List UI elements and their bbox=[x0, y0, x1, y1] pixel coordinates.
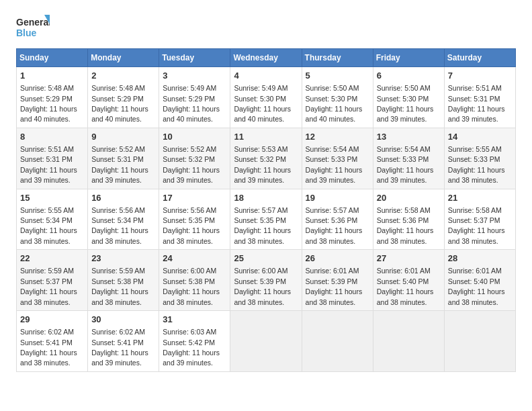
day-number: 4 bbox=[234, 70, 298, 82]
day-detail: Sunrise: 5:51 AMSunset: 5:31 PMDaylight:… bbox=[448, 84, 505, 123]
calendar-week-row: 29 Sunrise: 6:02 AMSunset: 5:41 PMDaylig… bbox=[17, 311, 516, 372]
svg-text:Blue: Blue bbox=[16, 28, 37, 38]
calendar-day-cell: 22 Sunrise: 5:59 AMSunset: 5:37 PMDaylig… bbox=[17, 250, 88, 311]
weekday-header-row: SundayMondayTuesdayWednesdayThursdayFrid… bbox=[17, 49, 516, 67]
day-detail: Sunrise: 5:49 AMSunset: 5:30 PMDaylight:… bbox=[234, 84, 291, 123]
day-detail: Sunrise: 5:52 AMSunset: 5:32 PMDaylight:… bbox=[163, 145, 220, 184]
calendar-day-cell: 20 Sunrise: 5:58 AMSunset: 5:36 PMDaylig… bbox=[373, 189, 444, 250]
day-detail: Sunrise: 5:55 AMSunset: 5:33 PMDaylight:… bbox=[448, 145, 505, 184]
day-number: 30 bbox=[91, 314, 155, 326]
calendar-day-cell: 17 Sunrise: 5:56 AMSunset: 5:35 PMDaylig… bbox=[159, 189, 230, 250]
calendar-day-cell: 7 Sunrise: 5:51 AMSunset: 5:31 PMDayligh… bbox=[444, 67, 515, 128]
day-detail: Sunrise: 6:03 AMSunset: 5:42 PMDaylight:… bbox=[163, 328, 220, 367]
calendar-day-cell: 27 Sunrise: 6:01 AMSunset: 5:40 PMDaylig… bbox=[373, 250, 444, 311]
day-detail: Sunrise: 5:55 AMSunset: 5:34 PMDaylight:… bbox=[20, 206, 77, 245]
calendar-day-cell: 26 Sunrise: 6:01 AMSunset: 5:39 PMDaylig… bbox=[302, 250, 373, 311]
calendar-day-cell: 5 Sunrise: 5:50 AMSunset: 5:30 PMDayligh… bbox=[302, 67, 373, 128]
day-number: 21 bbox=[448, 192, 512, 204]
day-number: 22 bbox=[20, 253, 84, 265]
day-detail: Sunrise: 5:50 AMSunset: 5:30 PMDaylight:… bbox=[377, 84, 434, 123]
day-detail: Sunrise: 5:57 AMSunset: 5:35 PMDaylight:… bbox=[234, 206, 291, 245]
day-number: 23 bbox=[91, 253, 155, 265]
calendar-day-cell: 6 Sunrise: 5:50 AMSunset: 5:30 PMDayligh… bbox=[373, 67, 444, 128]
calendar-day-cell: 29 Sunrise: 6:02 AMSunset: 5:41 PMDaylig… bbox=[17, 311, 88, 372]
day-detail: Sunrise: 5:49 AMSunset: 5:29 PMDaylight:… bbox=[163, 84, 220, 123]
svg-text:General: General bbox=[16, 17, 50, 28]
page-header: General Blue bbox=[16, 13, 516, 43]
day-number: 7 bbox=[448, 70, 512, 82]
day-detail: Sunrise: 5:53 AMSunset: 5:32 PMDaylight:… bbox=[234, 145, 291, 184]
day-number: 26 bbox=[306, 253, 369, 265]
calendar-day-cell: 12 Sunrise: 5:54 AMSunset: 5:33 PMDaylig… bbox=[302, 128, 373, 189]
calendar-day-cell: 18 Sunrise: 5:57 AMSunset: 5:35 PMDaylig… bbox=[230, 189, 302, 250]
calendar-day-cell: 30 Sunrise: 6:02 AMSunset: 5:41 PMDaylig… bbox=[88, 311, 159, 372]
day-detail: Sunrise: 5:48 AMSunset: 5:29 PMDaylight:… bbox=[91, 84, 148, 123]
day-detail: Sunrise: 5:54 AMSunset: 5:33 PMDaylight:… bbox=[377, 145, 434, 184]
calendar-day-cell: 4 Sunrise: 5:49 AMSunset: 5:30 PMDayligh… bbox=[230, 67, 302, 128]
day-number: 8 bbox=[20, 131, 84, 143]
calendar-week-row: 15 Sunrise: 5:55 AMSunset: 5:34 PMDaylig… bbox=[17, 189, 516, 250]
day-number: 20 bbox=[377, 192, 441, 204]
day-number: 15 bbox=[20, 192, 84, 204]
calendar-day-cell: 3 Sunrise: 5:49 AMSunset: 5:29 PMDayligh… bbox=[159, 67, 230, 128]
day-detail: Sunrise: 6:01 AMSunset: 5:40 PMDaylight:… bbox=[377, 267, 434, 306]
calendar-day-cell bbox=[373, 311, 444, 372]
day-detail: Sunrise: 5:58 AMSunset: 5:36 PMDaylight:… bbox=[377, 206, 434, 245]
day-number: 24 bbox=[163, 253, 226, 265]
calendar-day-cell: 2 Sunrise: 5:48 AMSunset: 5:29 PMDayligh… bbox=[88, 67, 159, 128]
day-number: 19 bbox=[306, 192, 369, 204]
calendar-day-cell bbox=[302, 311, 373, 372]
day-detail: Sunrise: 6:01 AMSunset: 5:39 PMDaylight:… bbox=[306, 267, 363, 306]
day-detail: Sunrise: 6:02 AMSunset: 5:41 PMDaylight:… bbox=[20, 328, 77, 367]
day-number: 28 bbox=[448, 253, 512, 265]
calendar-day-cell bbox=[444, 311, 515, 372]
day-number: 1 bbox=[20, 70, 84, 82]
day-number: 25 bbox=[234, 253, 298, 265]
calendar-day-cell: 9 Sunrise: 5:52 AMSunset: 5:31 PMDayligh… bbox=[88, 128, 159, 189]
day-number: 6 bbox=[377, 70, 441, 82]
day-detail: Sunrise: 5:51 AMSunset: 5:31 PMDaylight:… bbox=[20, 145, 77, 184]
weekday-header: Tuesday bbox=[159, 49, 230, 67]
calendar-day-cell: 28 Sunrise: 6:01 AMSunset: 5:40 PMDaylig… bbox=[444, 250, 515, 311]
day-detail: Sunrise: 5:57 AMSunset: 5:36 PMDaylight:… bbox=[306, 206, 363, 245]
calendar-day-cell: 31 Sunrise: 6:03 AMSunset: 5:42 PMDaylig… bbox=[159, 311, 230, 372]
weekday-header: Wednesday bbox=[230, 49, 302, 67]
calendar-day-cell: 23 Sunrise: 5:59 AMSunset: 5:38 PMDaylig… bbox=[88, 250, 159, 311]
calendar-table: SundayMondayTuesdayWednesdayThursdayFrid… bbox=[16, 48, 516, 372]
weekday-header: Sunday bbox=[17, 49, 88, 67]
calendar-day-cell: 15 Sunrise: 5:55 AMSunset: 5:34 PMDaylig… bbox=[17, 189, 88, 250]
day-number: 27 bbox=[377, 253, 441, 265]
day-number: 10 bbox=[163, 131, 226, 143]
calendar-week-row: 1 Sunrise: 5:48 AMSunset: 5:29 PMDayligh… bbox=[17, 67, 516, 128]
calendar-day-cell: 25 Sunrise: 6:00 AMSunset: 5:39 PMDaylig… bbox=[230, 250, 302, 311]
logo: General Blue bbox=[16, 13, 50, 43]
weekday-header: Thursday bbox=[302, 49, 373, 67]
day-number: 18 bbox=[234, 192, 298, 204]
calendar-day-cell: 10 Sunrise: 5:52 AMSunset: 5:32 PMDaylig… bbox=[159, 128, 230, 189]
calendar-day-cell: 1 Sunrise: 5:48 AMSunset: 5:29 PMDayligh… bbox=[17, 67, 88, 128]
day-number: 11 bbox=[234, 131, 298, 143]
day-detail: Sunrise: 5:58 AMSunset: 5:37 PMDaylight:… bbox=[448, 206, 505, 245]
day-detail: Sunrise: 5:48 AMSunset: 5:29 PMDaylight:… bbox=[20, 84, 77, 123]
day-number: 16 bbox=[91, 192, 155, 204]
day-number: 29 bbox=[20, 314, 84, 326]
day-number: 2 bbox=[91, 70, 155, 82]
day-number: 14 bbox=[448, 131, 512, 143]
logo-svg: General Blue bbox=[16, 13, 50, 43]
calendar-day-cell: 24 Sunrise: 6:00 AMSunset: 5:38 PMDaylig… bbox=[159, 250, 230, 311]
day-detail: Sunrise: 5:56 AMSunset: 5:34 PMDaylight:… bbox=[91, 206, 148, 245]
day-detail: Sunrise: 5:56 AMSunset: 5:35 PMDaylight:… bbox=[163, 206, 220, 245]
day-detail: Sunrise: 6:00 AMSunset: 5:39 PMDaylight:… bbox=[234, 267, 291, 306]
calendar-day-cell: 21 Sunrise: 5:58 AMSunset: 5:37 PMDaylig… bbox=[444, 189, 515, 250]
day-number: 17 bbox=[163, 192, 226, 204]
day-detail: Sunrise: 6:00 AMSunset: 5:38 PMDaylight:… bbox=[163, 267, 220, 306]
weekday-header: Saturday bbox=[444, 49, 515, 67]
day-detail: Sunrise: 5:59 AMSunset: 5:37 PMDaylight:… bbox=[20, 267, 77, 306]
day-detail: Sunrise: 6:01 AMSunset: 5:40 PMDaylight:… bbox=[448, 267, 505, 306]
day-detail: Sunrise: 6:02 AMSunset: 5:41 PMDaylight:… bbox=[91, 328, 148, 367]
day-number: 13 bbox=[377, 131, 441, 143]
calendar-day-cell: 14 Sunrise: 5:55 AMSunset: 5:33 PMDaylig… bbox=[444, 128, 515, 189]
weekday-header: Friday bbox=[373, 49, 444, 67]
calendar-day-cell: 11 Sunrise: 5:53 AMSunset: 5:32 PMDaylig… bbox=[230, 128, 302, 189]
weekday-header: Monday bbox=[88, 49, 159, 67]
